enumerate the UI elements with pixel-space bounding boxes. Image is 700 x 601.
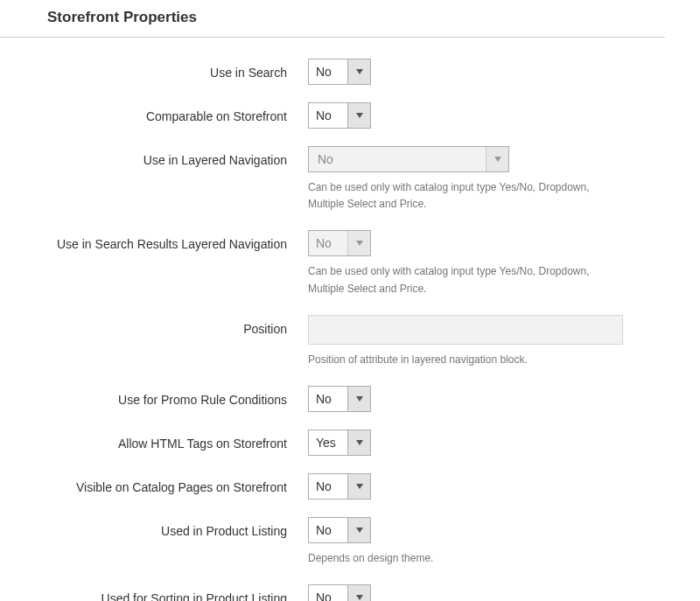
chevron-down-icon — [347, 387, 370, 411]
help-search-results-layered: Can be used only with catalog input type… — [308, 263, 623, 297]
chevron-down-icon — [347, 430, 370, 455]
row-comparable: Comparable on Storefront No — [0, 102, 700, 129]
chevron-down-icon — [347, 231, 370, 255]
row-use-in-search: Use in Search No — [0, 59, 700, 85]
help-product-listing: Depends on design theme. — [308, 550, 623, 567]
label-product-listing: Used in Product Listing — [0, 517, 308, 541]
select-product-listing[interactable]: No — [308, 517, 371, 543]
row-position: Position Position of attribute in layere… — [0, 315, 700, 368]
chevron-down-icon — [347, 518, 370, 542]
label-position: Position — [0, 315, 308, 339]
select-sorting-listing[interactable]: No — [308, 584, 371, 601]
select-search-results-layered: No — [308, 230, 371, 256]
select-promo-rule[interactable]: No — [308, 386, 371, 412]
help-layered-nav: Can be used only with catalog input type… — [308, 179, 623, 213]
row-search-results-layered: Use in Search Results Layered Navigation… — [0, 230, 700, 297]
label-promo-rule: Use for Promo Rule Conditions — [0, 386, 308, 409]
chevron-down-icon — [347, 585, 370, 601]
select-comparable[interactable]: No — [308, 102, 371, 129]
select-value: No — [309, 387, 347, 411]
select-value: No — [309, 585, 347, 601]
select-layered-nav: No — [308, 146, 509, 172]
chevron-down-icon — [347, 59, 370, 84]
row-visible-catalog: Visible on Catalog Pages on Storefront N… — [0, 473, 700, 500]
section-title: Storefront Properties — [0, 0, 665, 38]
select-visible-catalog[interactable]: No — [308, 473, 371, 500]
label-visible-catalog: Visible on Catalog Pages on Storefront — [0, 473, 308, 497]
select-value: No — [309, 103, 347, 128]
chevron-down-icon — [347, 474, 370, 499]
row-sorting-listing: Used for Sorting in Product Listing No D… — [0, 584, 700, 601]
label-use-in-search: Use in Search — [0, 59, 308, 82]
select-value: No — [309, 231, 347, 255]
label-layered-nav: Use in Layered Navigation — [0, 146, 308, 170]
select-value: Yes — [309, 430, 347, 455]
select-value: No — [309, 518, 347, 542]
label-sorting-listing: Used for Sorting in Product Listing — [0, 584, 308, 601]
select-value: No — [309, 147, 486, 171]
chevron-down-icon — [347, 103, 370, 128]
chevron-down-icon — [486, 147, 508, 171]
row-promo-rule: Use for Promo Rule Conditions No — [0, 386, 700, 412]
select-allow-html[interactable]: Yes — [308, 430, 371, 456]
select-value: No — [309, 474, 347, 499]
row-product-listing: Used in Product Listing No Depends on de… — [0, 517, 700, 567]
input-position — [308, 315, 623, 345]
row-allow-html: Allow HTML Tags on Storefront Yes — [0, 430, 700, 456]
label-allow-html: Allow HTML Tags on Storefront — [0, 430, 308, 453]
select-value: No — [309, 59, 347, 84]
select-use-in-search[interactable]: No — [308, 59, 371, 85]
label-search-results-layered: Use in Search Results Layered Navigation — [0, 230, 308, 254]
help-position: Position of attribute in layered navigat… — [308, 352, 623, 368]
label-comparable: Comparable on Storefront — [0, 102, 308, 126]
row-layered-nav: Use in Layered Navigation No Can be used… — [0, 146, 700, 213]
